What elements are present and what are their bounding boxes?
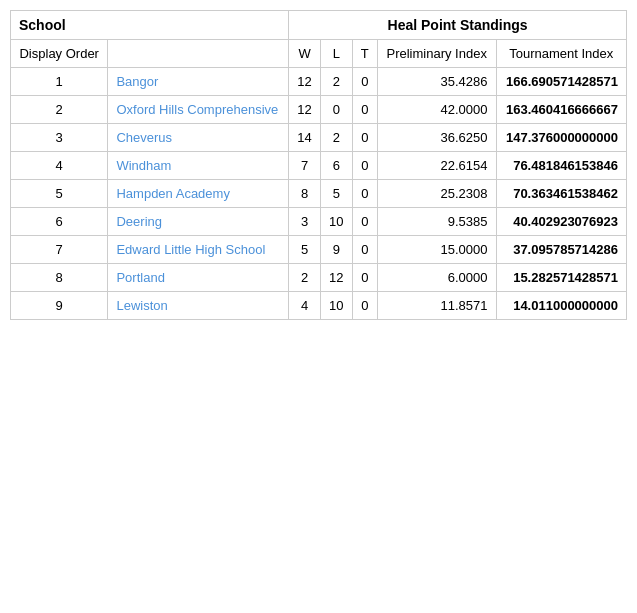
display-order-cell: 7 [11,236,108,264]
display-order-cell: 5 [11,180,108,208]
tournament-index-cell: 15.282571428571 [496,264,626,292]
t-cell: 0 [352,180,377,208]
t-header: T [352,40,377,68]
table-row: 1Bangor122035.4286166.690571428571 [11,68,627,96]
display-order-cell: 3 [11,124,108,152]
display-order-header: Display Order [11,40,108,68]
w-cell: 12 [289,96,321,124]
display-order-cell: 2 [11,96,108,124]
t-cell: 0 [352,124,377,152]
l-cell: 2 [320,68,352,96]
prelim-index-cell: 22.6154 [377,152,496,180]
prelim-index-cell: 42.0000 [377,96,496,124]
display-order-cell: 8 [11,264,108,292]
tournament-index-cell: 70.363461538462 [496,180,626,208]
display-order-cell: 6 [11,208,108,236]
prelim-index-cell: 11.8571 [377,292,496,320]
main-header-row: School Heal Point Standings [11,11,627,40]
w-cell: 12 [289,68,321,96]
tournament-index-cell: 14.011000000000 [496,292,626,320]
l-cell: 0 [320,96,352,124]
school-name-cell[interactable]: Deering [108,208,289,236]
w-cell: 14 [289,124,321,152]
school-name-cell[interactable]: Cheverus [108,124,289,152]
l-cell: 12 [320,264,352,292]
display-order-cell: 9 [11,292,108,320]
l-cell: 5 [320,180,352,208]
standings-table: School Heal Point Standings Display Orde… [10,10,627,320]
prelim-index-cell: 6.0000 [377,264,496,292]
w-cell: 7 [289,152,321,180]
tournament-index-cell: 40.402923076923 [496,208,626,236]
l-cell: 10 [320,208,352,236]
school-sub-header [108,40,289,68]
prelim-index-cell: 35.4286 [377,68,496,96]
w-cell: 4 [289,292,321,320]
school-name-cell[interactable]: Bangor [108,68,289,96]
school-header: School [11,11,289,40]
prelim-index-header: Preliminary Index [377,40,496,68]
school-name-cell[interactable]: Oxford Hills Comprehensive [108,96,289,124]
l-cell: 6 [320,152,352,180]
table-row: 5Hampden Academy85025.230870.36346153846… [11,180,627,208]
tournament-index-header: Tournament Index [496,40,626,68]
w-cell: 5 [289,236,321,264]
w-cell: 3 [289,208,321,236]
w-header: W [289,40,321,68]
tournament-index-cell: 166.690571428571 [496,68,626,96]
l-cell: 10 [320,292,352,320]
table-row: 9Lewiston410011.857114.011000000000 [11,292,627,320]
prelim-index-cell: 36.6250 [377,124,496,152]
w-cell: 8 [289,180,321,208]
table-row: 3Cheverus142036.6250147.376000000000 [11,124,627,152]
l-cell: 2 [320,124,352,152]
prelim-index-cell: 15.0000 [377,236,496,264]
t-cell: 0 [352,236,377,264]
t-cell: 0 [352,292,377,320]
heal-point-header: Heal Point Standings [289,11,627,40]
tournament-index-cell: 147.376000000000 [496,124,626,152]
l-header: L [320,40,352,68]
l-cell: 9 [320,236,352,264]
school-name-cell[interactable]: Lewiston [108,292,289,320]
school-name-cell[interactable]: Windham [108,152,289,180]
table-row: 4Windham76022.615476.481846153846 [11,152,627,180]
table-row: 7Edward Little High School59015.000037.0… [11,236,627,264]
tournament-index-cell: 37.095785714286 [496,236,626,264]
table-row: 2Oxford Hills Comprehensive120042.000016… [11,96,627,124]
table-row: 6Deering31009.538540.402923076923 [11,208,627,236]
t-cell: 0 [352,152,377,180]
table-row: 8Portland21206.000015.282571428571 [11,264,627,292]
t-cell: 0 [352,264,377,292]
school-name-cell[interactable]: Edward Little High School [108,236,289,264]
t-cell: 0 [352,208,377,236]
sub-header-row: Display Order W L T Preliminary Index To… [11,40,627,68]
display-order-cell: 1 [11,68,108,96]
prelim-index-cell: 9.5385 [377,208,496,236]
school-name-cell[interactable]: Hampden Academy [108,180,289,208]
t-cell: 0 [352,68,377,96]
table-body: 1Bangor122035.4286166.6905714285712Oxfor… [11,68,627,320]
tournament-index-cell: 76.481846153846 [496,152,626,180]
w-cell: 2 [289,264,321,292]
school-name-cell[interactable]: Portland [108,264,289,292]
tournament-index-cell: 163.460416666667 [496,96,626,124]
t-cell: 0 [352,96,377,124]
display-order-cell: 4 [11,152,108,180]
prelim-index-cell: 25.2308 [377,180,496,208]
